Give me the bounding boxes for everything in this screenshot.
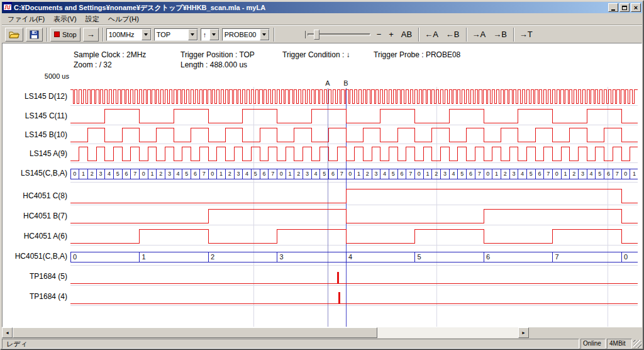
menu-item-help[interactable]: ヘルプ(H) [104,13,143,25]
bus-value: 3 [168,171,171,177]
close-button[interactable]: × [631,3,641,12]
chevron-down-icon [144,33,148,38]
bus-value: 7 [203,171,206,177]
bus-value: 2 [572,171,575,177]
open-file-button[interactable] [5,28,23,42]
bus-value: 0 [280,171,283,177]
slider-tick [305,31,306,38]
stop-button[interactable]: Stop [50,28,80,42]
bus-value: 3 [581,171,584,177]
titlebar[interactable]: C:¥Documents and Settings¥noname¥デスクトップ¥… [2,2,642,13]
bus-value: 3 [280,253,284,261]
save-file-button[interactable] [26,28,43,42]
bus-value: 4 [383,171,386,177]
bus-value: 6 [194,171,197,177]
bus-value: 2 [91,171,94,177]
bus-value: 5 [392,171,395,177]
bus-value: 7 [409,171,412,177]
trigger-edge-value: ↑ [201,31,209,38]
bus-value: 7 [133,171,136,177]
menu-item-file[interactable]: ファイル(F) [3,13,49,25]
bus-value: 7 [478,171,481,177]
trace-ls145-c-b-a [70,169,638,179]
ab-range-button[interactable]: AB [399,29,414,40]
slider-thumb[interactable] [314,30,319,40]
bus-value: 6 [607,171,610,177]
bus-value: 0 [624,253,628,261]
run-arrow-icon: → [87,30,95,39]
scroll-left-button[interactable]: ◄ [2,327,13,338]
bus-value: 1 [426,171,430,177]
horizontal-scrollbar[interactable]: ◄ ► [2,327,529,338]
goto-cursor-a-right-button[interactable]: →A [470,29,489,40]
bus-value: 0 [418,171,421,177]
dropdown-button[interactable] [260,29,269,40]
bus-value: 4 [245,171,248,177]
trigger-edge-select[interactable]: ↑ [201,28,219,41]
trigger-probe-select[interactable]: PROBE00 [222,28,270,41]
toolbar-separator [47,28,48,42]
length-info: Length : 488.000 us [180,60,247,69]
dropdown-button[interactable] [142,29,151,40]
toolbar-separator [103,28,104,42]
cursor-b-label: B [343,79,348,87]
maximize-button[interactable] [619,3,630,12]
menu-item-settings[interactable]: 設定 [81,13,104,25]
goto-cursor-a-left-button[interactable]: ←A [422,29,441,40]
scroll-right-button[interactable]: ► [518,327,529,338]
toolbar-separator [274,28,275,42]
waveform-area[interactable]: AB01234567012345670123456701234567012345… [3,78,641,327]
bus-value: 2 [211,253,214,261]
trace-ls145-b-10 [70,128,638,142]
bus-value: 2 [504,171,507,177]
bus-value: 1 [564,171,567,177]
bus-value: 6 [469,171,472,177]
trigger-position-select[interactable]: TOP [154,28,198,41]
goto-trigger-button[interactable]: →T [517,29,535,40]
bus-value: 6 [262,171,265,177]
bus-value: 4 [452,171,455,177]
bus-value: 2 [435,171,438,177]
menubar: ファイル(F)表示(V)設定ヘルプ(H) [2,13,642,25]
run-button[interactable]: → [83,28,99,42]
dropdown-button[interactable] [188,29,197,40]
bus-value: 1 [633,171,636,177]
minimize-icon [611,9,615,11]
trigger-probe-value: PROBE00 [223,31,260,38]
close-icon: × [634,4,638,11]
bus-value: 1 [495,171,498,177]
open-folder-icon [9,30,19,39]
trigger-condition-info: Trigger Condition : ↓ [282,50,350,59]
trigger-position-value: TOP [155,31,188,38]
stop-label: Stop [62,31,77,38]
toolbar-separator [513,28,514,42]
bus-value: 7 [555,253,559,261]
bus-value: 6 [486,253,490,261]
bus-value: 4 [314,171,318,177]
bus-value: 4 [108,171,111,177]
menu-item-view[interactable]: 表示(V) [49,13,81,25]
goto-cursor-b-left-button[interactable]: ←B [443,29,462,40]
zoom-in-button[interactable]: + [386,29,396,40]
bus-value: 5 [530,171,533,177]
trace-ls145-a-9 [70,147,638,161]
bus-value: 5 [598,171,601,177]
bus-value: 4 [521,171,524,177]
bus-value: 3 [512,171,515,177]
resize-grip[interactable] [633,340,641,348]
scrollbar-thumb[interactable] [13,327,377,338]
sample-clock-info: Sample Clock : 2MHz [74,50,146,59]
goto-cursor-b-right-button[interactable]: →B [491,29,509,40]
zoom-out-button[interactable]: − [374,29,384,40]
zoom-slider[interactable] [304,28,372,41]
dropdown-button[interactable] [209,29,219,40]
window-title: C:¥Documents and Settings¥noname¥デスクトップ¥… [14,3,607,13]
bus-value: 4 [590,171,593,177]
bus-value: 1 [289,171,292,177]
bus-value: 7 [340,171,343,177]
toolbar-separator [418,28,419,42]
bus-value: 6 [331,171,335,177]
sample-clock-select[interactable]: 100MHz [106,28,152,41]
minimize-button[interactable] [608,3,618,12]
bus-value: 3 [443,171,447,177]
